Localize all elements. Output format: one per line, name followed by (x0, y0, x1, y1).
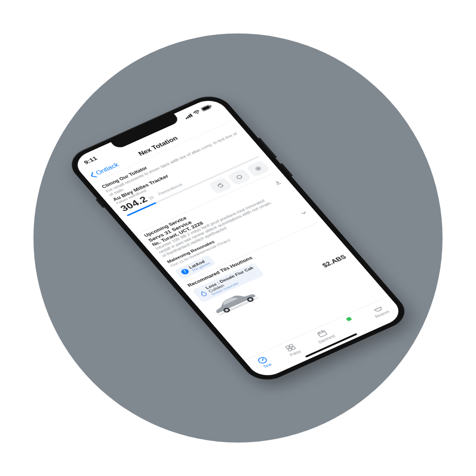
tab-label: Tine (262, 363, 272, 369)
svg-rect-17 (289, 344, 294, 347)
svg-rect-19 (291, 346, 296, 350)
signal-icon (184, 113, 193, 119)
status-dot-icon (346, 317, 352, 321)
grid-icon (284, 343, 298, 353)
service-badge[interactable]: 7 LatAod The gaores (174, 255, 216, 279)
wifi-icon (192, 109, 201, 115)
calendar-icon (315, 329, 329, 339)
status-time: 9:11 (82, 155, 98, 165)
badge-count: 7 (180, 268, 190, 275)
svg-point-11 (225, 309, 229, 312)
bowl-icon (370, 304, 384, 314)
svg-point-10 (222, 307, 231, 313)
svg-point-8 (257, 167, 260, 169)
svg-point-13 (248, 298, 253, 301)
refresh-icon (215, 182, 225, 189)
svg-point-12 (246, 296, 255, 303)
svg-rect-20 (317, 331, 327, 337)
svg-rect-18 (288, 348, 292, 351)
svg-point-9 (218, 296, 260, 316)
svg-rect-16 (285, 345, 290, 349)
badge-sub: The gaores (191, 261, 211, 272)
badge-label: LatAod (188, 258, 209, 270)
recommend-pill[interactable]: Loss : Deoale Fiur Cak Culiden Sivsee Ir… (192, 263, 264, 303)
drop-icon (199, 290, 208, 297)
gear-icon (253, 165, 263, 172)
tab-patay[interactable]: Patay (283, 342, 302, 357)
tab-tine[interactable]: Tine (256, 355, 273, 369)
svg-point-7 (236, 175, 243, 179)
recommend-sub: Sivsee Iroaunder (211, 272, 260, 296)
tab-label: Reaces (374, 310, 390, 319)
chevron-down-icon[interactable] (299, 210, 308, 216)
svg-point-14 (257, 356, 268, 364)
svg-rect-0 (185, 118, 188, 119)
battery-icon (200, 104, 213, 112)
svg-rect-1 (186, 116, 189, 119)
recommend-line2: Culiden (207, 269, 257, 293)
svg-rect-5 (202, 106, 211, 111)
tab-label: Dantnest (317, 334, 336, 344)
circle-icon (234, 173, 245, 181)
tracker-unit: 10 (147, 195, 154, 200)
tab-dantnest[interactable]: Dantnest (311, 327, 336, 344)
car-illustration (204, 283, 263, 318)
recommend-main: Loss : Deoale Fiur Cak (205, 265, 254, 290)
tab-label: Patay (289, 350, 302, 357)
action-refresh-button[interactable] (208, 177, 232, 194)
gauge-icon (256, 355, 270, 365)
tab-indicator[interactable] (346, 317, 352, 321)
svg-point-15 (262, 359, 264, 361)
tab-reaces[interactable]: Reaces (368, 303, 390, 319)
action-target-button[interactable] (227, 168, 251, 185)
action-settings-button[interactable] (246, 160, 271, 177)
recommend-price: $2.ABS (321, 254, 348, 269)
